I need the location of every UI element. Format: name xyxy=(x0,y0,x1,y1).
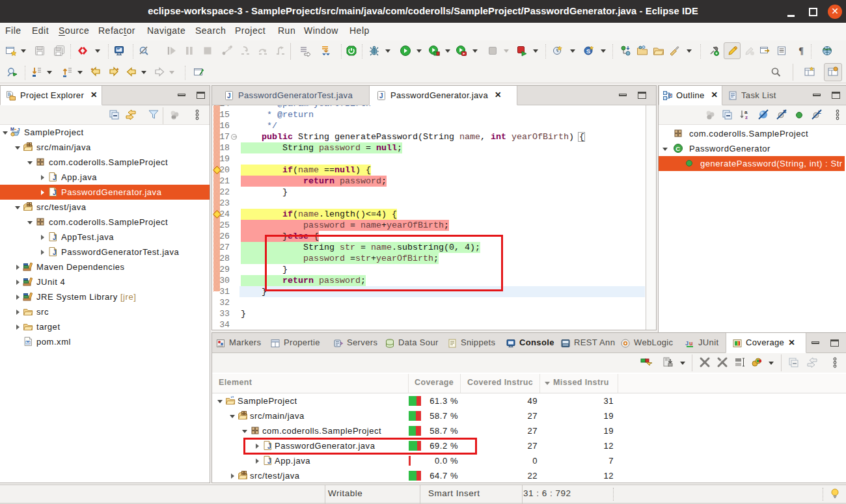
svg-text:J: J xyxy=(53,189,57,196)
svg-text:J: J xyxy=(685,340,689,347)
svg-text:M: M xyxy=(25,340,30,346)
svg-text:M: M xyxy=(10,127,14,131)
svg-text:J: J xyxy=(17,127,20,133)
svg-text:J: J xyxy=(227,92,231,99)
svg-text:J: J xyxy=(53,174,57,181)
svg-text:¶: ¶ xyxy=(798,46,804,56)
svg-text:u: u xyxy=(689,340,693,347)
svg-text:S: S xyxy=(586,47,590,55)
svg-text:C: C xyxy=(675,145,680,152)
svg-text:J: J xyxy=(267,458,271,465)
svg-text:J: J xyxy=(53,249,57,256)
svg-text:z: z xyxy=(745,114,748,120)
svg-text:J: J xyxy=(379,92,383,99)
svg-text:J: J xyxy=(53,234,57,241)
